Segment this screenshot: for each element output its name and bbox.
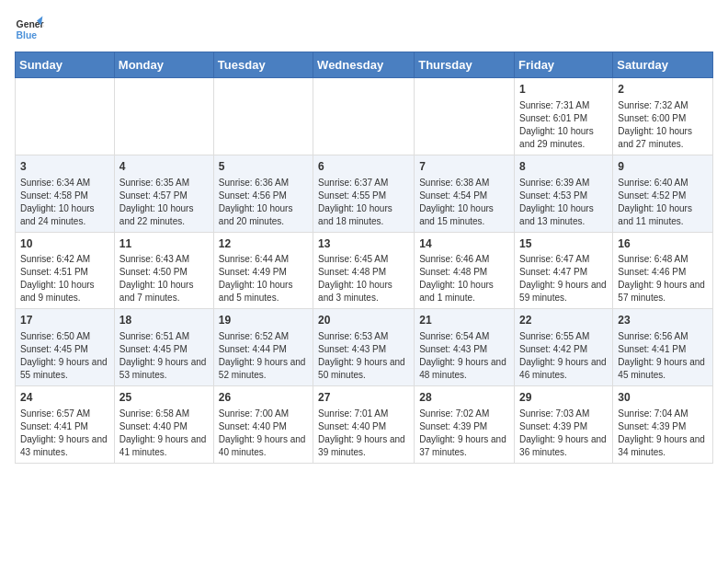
calendar-cell: 15Sunrise: 6:47 AMSunset: 4:47 PMDayligh… [515,232,613,309]
day-info: Sunrise: 6:43 AM [119,253,209,266]
day-info: Sunrise: 6:39 AM [519,177,608,190]
day-info: Daylight: 9 hours and 36 minutes. [519,433,608,459]
day-info: Sunrise: 6:35 AM [119,177,209,190]
day-info: Sunrise: 6:45 AM [318,253,409,266]
day-info: Sunset: 4:39 PM [618,420,708,433]
calendar-week-row: 3Sunrise: 6:34 AMSunset: 4:58 PMDaylight… [16,155,713,232]
day-info: Daylight: 9 hours and 45 minutes. [618,356,708,382]
day-info: Daylight: 10 hours and 11 minutes. [618,202,708,228]
day-info: Sunrise: 6:37 AM [318,177,409,190]
day-info: Sunset: 4:46 PM [618,266,708,279]
day-number: 20 [318,313,409,328]
day-info: Sunset: 4:54 PM [419,190,509,202]
day-number: 19 [219,313,308,328]
day-info: Sunset: 6:00 PM [618,112,708,125]
day-info: Sunset: 4:52 PM [618,190,708,202]
day-info: Daylight: 9 hours and 46 minutes. [519,356,608,382]
day-number: 1 [519,82,608,98]
day-info: Sunrise: 6:56 AM [618,330,708,343]
day-info: Sunset: 4:45 PM [20,343,109,356]
day-header-thursday: Thursday [415,52,515,78]
logo-icon: General Blue [15,15,44,44]
calendar-cell: 14Sunrise: 6:46 AMSunset: 4:48 PMDayligh… [415,232,515,309]
day-info: Sunset: 4:56 PM [219,190,308,202]
calendar-cell: 13Sunrise: 6:45 AMSunset: 4:48 PMDayligh… [313,232,415,309]
calendar-cell: 8Sunrise: 6:39 AMSunset: 4:53 PMDaylight… [515,155,613,232]
day-number: 28 [419,390,509,406]
calendar-cell: 6Sunrise: 6:37 AMSunset: 4:55 PMDaylight… [313,155,415,232]
day-info: Daylight: 9 hours and 53 minutes. [119,356,209,382]
day-info: Sunrise: 7:31 AM [519,99,608,112]
day-number: 9 [618,159,708,175]
day-info: Daylight: 10 hours and 27 minutes. [618,125,708,151]
calendar-cell: 7Sunrise: 6:38 AMSunset: 4:54 PMDaylight… [415,155,515,232]
calendar-cell: 9Sunrise: 6:40 AMSunset: 4:52 PMDaylight… [613,155,713,232]
day-number: 2 [618,82,708,98]
day-info: Sunrise: 6:44 AM [219,253,308,266]
calendar-cell: 29Sunrise: 7:03 AMSunset: 4:39 PMDayligh… [515,386,613,464]
calendar-week-row: 17Sunrise: 6:50 AMSunset: 4:45 PMDayligh… [16,309,713,386]
day-info: Sunrise: 6:36 AM [219,177,308,190]
day-number: 3 [20,159,109,175]
calendar-cell [213,78,313,155]
day-info: Sunset: 4:48 PM [318,266,409,279]
day-info: Daylight: 9 hours and 52 minutes. [219,356,308,382]
day-number: 12 [219,236,308,252]
day-info: Daylight: 10 hours and 18 minutes. [318,202,409,228]
day-info: Sunset: 4:39 PM [419,420,509,433]
day-info: Daylight: 10 hours and 1 minute. [419,279,509,304]
day-info: Sunrise: 7:00 AM [219,408,308,420]
day-info: Sunset: 4:47 PM [519,266,608,279]
calendar-cell [16,78,115,155]
day-info: Sunrise: 6:53 AM [318,330,409,343]
day-info: Sunset: 4:40 PM [219,420,308,433]
day-info: Sunset: 4:43 PM [318,343,409,356]
day-info: Sunset: 4:43 PM [419,343,509,356]
calendar-week-row: 1Sunrise: 7:31 AMSunset: 6:01 PMDaylight… [16,78,713,155]
day-info: Sunrise: 7:04 AM [618,408,708,420]
logo: General Blue [15,15,44,44]
day-info: Sunset: 4:41 PM [20,420,109,433]
day-number: 25 [119,390,209,406]
day-number: 18 [119,313,209,328]
calendar-cell: 30Sunrise: 7:04 AMSunset: 4:39 PMDayligh… [613,386,713,464]
day-info: Daylight: 10 hours and 22 minutes. [119,202,209,228]
day-info: Daylight: 9 hours and 41 minutes. [119,433,209,459]
day-header-friday: Friday [515,52,613,78]
day-info: Sunrise: 6:38 AM [419,177,509,190]
day-info: Sunset: 4:41 PM [618,343,708,356]
calendar-cell: 10Sunrise: 6:42 AMSunset: 4:51 PMDayligh… [16,232,115,309]
day-number: 16 [618,236,708,252]
calendar-cell: 28Sunrise: 7:02 AMSunset: 4:39 PMDayligh… [415,386,515,464]
calendar-cell: 27Sunrise: 7:01 AMSunset: 4:40 PMDayligh… [313,386,415,464]
day-info: Sunrise: 6:55 AM [519,330,608,343]
day-info: Sunrise: 6:54 AM [419,330,509,343]
day-info: Sunrise: 6:46 AM [419,253,509,266]
day-number: 4 [119,159,209,175]
day-info: Sunrise: 7:03 AM [519,408,608,420]
day-number: 26 [219,390,308,406]
calendar-cell: 3Sunrise: 6:34 AMSunset: 4:58 PMDaylight… [16,155,115,232]
day-info: Sunset: 4:55 PM [318,190,409,202]
day-info: Sunrise: 7:32 AM [618,99,708,112]
day-info: Sunrise: 6:42 AM [20,253,109,266]
day-info: Daylight: 9 hours and 40 minutes. [219,433,308,459]
calendar-cell: 24Sunrise: 6:57 AMSunset: 4:41 PMDayligh… [16,386,115,464]
day-number: 7 [419,159,509,175]
day-number: 21 [419,313,509,328]
day-number: 10 [20,236,109,252]
day-info: Daylight: 9 hours and 50 minutes. [318,356,409,382]
day-number: 8 [519,159,608,175]
calendar-cell: 11Sunrise: 6:43 AMSunset: 4:50 PMDayligh… [114,232,213,309]
day-info: Daylight: 9 hours and 39 minutes. [318,433,409,459]
day-info: Daylight: 10 hours and 7 minutes. [119,279,209,304]
calendar-cell: 1Sunrise: 7:31 AMSunset: 6:01 PMDaylight… [515,78,613,155]
day-info: Daylight: 9 hours and 57 minutes. [618,279,708,304]
day-number: 22 [519,313,608,328]
day-number: 24 [20,390,109,406]
day-info: Daylight: 10 hours and 13 minutes. [519,202,608,228]
calendar-week-row: 10Sunrise: 6:42 AMSunset: 4:51 PMDayligh… [16,232,713,309]
day-info: Sunrise: 6:52 AM [219,330,308,343]
day-number: 29 [519,390,608,406]
day-info: Sunrise: 6:47 AM [519,253,608,266]
